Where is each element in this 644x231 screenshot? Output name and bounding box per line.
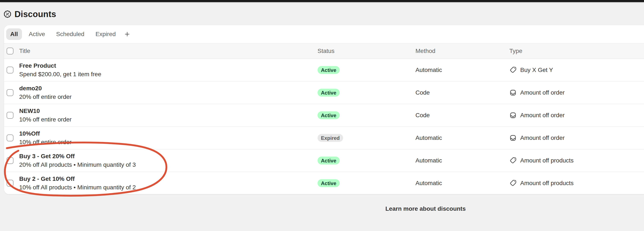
- table-row[interactable]: Buy 3 - Get 20% Off 20% off All products…: [4, 150, 644, 172]
- type-value: Amount off order: [520, 112, 564, 119]
- row-checkbox[interactable]: [6, 157, 14, 164]
- tab-expired[interactable]: Expired: [90, 28, 121, 40]
- status-badge: Active: [318, 157, 340, 164]
- discounts-table: Title Status Method Type Free Product Sp…: [4, 43, 644, 194]
- row-checkbox[interactable]: [6, 112, 14, 119]
- row-checkbox[interactable]: [6, 180, 14, 186]
- tab-scheduled[interactable]: Scheduled: [50, 28, 90, 40]
- method-value: Automatic: [416, 180, 442, 186]
- column-header-title: Title: [19, 48, 30, 54]
- method-value: Code: [416, 89, 430, 96]
- discount-summary: 10% off entire order: [19, 115, 72, 124]
- table-row[interactable]: demo20 20% off entire order Active Code …: [4, 82, 644, 104]
- order-icon: [509, 134, 516, 142]
- row-checkbox[interactable]: [6, 89, 14, 96]
- order-icon: [509, 112, 516, 119]
- filter-tab-bar: All Active Scheduled Expired: [4, 25, 644, 43]
- discount-summary: 10% off entire order: [19, 138, 72, 146]
- discount-title: Buy 2 - Get 10% Off: [19, 175, 136, 183]
- discounts-admin-page: { "page": { "title": "Discounts" }, "tab…: [0, 0, 644, 231]
- type-value: Amount off order: [520, 134, 564, 141]
- learn-more-link[interactable]: Learn more about discounts: [386, 206, 466, 212]
- table-row[interactable]: 10%Off 10% off entire order Expired Auto…: [4, 127, 644, 150]
- status-badge: Active: [318, 66, 340, 74]
- type-value: Amount off products: [520, 180, 574, 186]
- table-header-row: Title Status Method Type: [4, 43, 644, 59]
- column-header-status: Status: [318, 48, 334, 54]
- row-checkbox[interactable]: [6, 134, 14, 141]
- column-header-method: Method: [416, 48, 435, 54]
- discounts-card: All Active Scheduled Expired Title Statu…: [4, 25, 644, 194]
- discount-summary: Spend $200.00, get 1 item free: [19, 70, 101, 78]
- page-title: Discounts: [14, 10, 56, 19]
- tag-icon: [509, 180, 516, 187]
- status-badge: Active: [318, 179, 340, 187]
- discount-title: demo20: [19, 84, 72, 93]
- discount-summary: 20% off entire order: [19, 93, 72, 101]
- add-view-button[interactable]: [121, 28, 133, 40]
- status-badge: Active: [318, 112, 340, 119]
- select-all-checkbox[interactable]: [6, 48, 14, 54]
- top-navigation-bar-edge: [0, 0, 644, 2]
- tag-icon: [509, 157, 516, 164]
- status-badge: Active: [318, 89, 340, 97]
- tag-icon: [509, 66, 516, 74]
- column-header-type: Type: [509, 48, 522, 54]
- method-value: Code: [416, 112, 430, 119]
- plus-icon: [124, 31, 130, 37]
- table-row[interactable]: Free Product Spend $200.00, get 1 item f…: [4, 59, 644, 82]
- type-value: Amount off order: [520, 89, 564, 96]
- table-row[interactable]: Buy 2 - Get 10% Off 10% off All products…: [4, 172, 644, 194]
- method-value: Automatic: [416, 66, 442, 74]
- discounts-seal-icon: [4, 10, 12, 18]
- discount-title: Buy 3 - Get 20% Off: [19, 152, 136, 160]
- tab-active[interactable]: Active: [23, 28, 50, 40]
- order-icon: [509, 89, 516, 96]
- discount-summary: 10% off All products • Minimum quantity …: [19, 183, 136, 192]
- table-row[interactable]: NEW10 10% off entire order Active Code A…: [4, 104, 644, 127]
- discount-summary: 20% off All products • Minimum quantity …: [19, 160, 136, 169]
- method-value: Automatic: [416, 157, 442, 164]
- discount-title: NEW10: [19, 107, 72, 115]
- discount-title: 10%Off: [19, 130, 72, 138]
- tab-all[interactable]: All: [6, 28, 22, 40]
- discount-title: Free Product: [19, 62, 101, 70]
- page-header: Discounts: [4, 9, 56, 19]
- type-value: Buy X Get Y: [520, 66, 553, 74]
- status-badge: Expired: [318, 134, 343, 142]
- method-value: Automatic: [416, 134, 442, 141]
- type-value: Amount off products: [520, 157, 574, 164]
- row-checkbox[interactable]: [6, 66, 14, 74]
